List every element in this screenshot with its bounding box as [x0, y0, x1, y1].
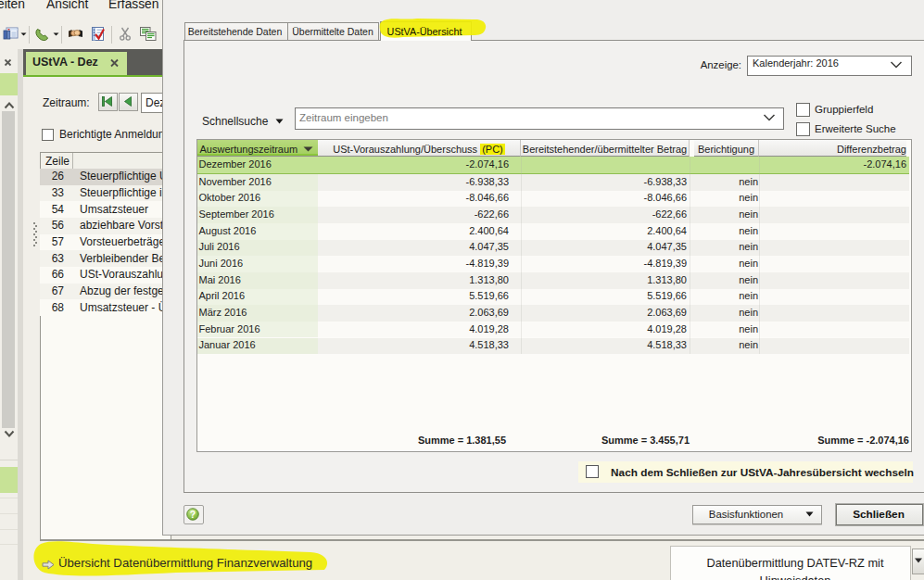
svg-text:?: ?: [190, 509, 196, 520]
